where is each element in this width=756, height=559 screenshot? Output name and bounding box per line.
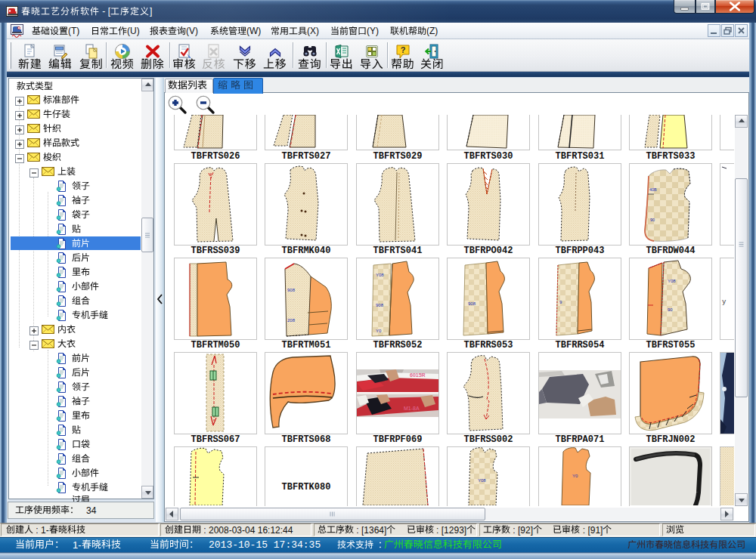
svg-text:908: 908 xyxy=(287,288,296,292)
svg-text:Y08: Y08 xyxy=(376,273,384,277)
svg-text:Y0: Y0 xyxy=(376,329,382,333)
svg-text:?: ? xyxy=(401,45,406,54)
svg-text:Y0: Y0 xyxy=(572,474,578,478)
svg-text:40B: 40B xyxy=(649,187,657,192)
svg-text:M1-8A: M1-8A xyxy=(404,406,420,411)
svg-text:Y08: Y08 xyxy=(668,279,676,283)
svg-text:208: 208 xyxy=(287,318,296,323)
svg-text:y: y xyxy=(722,298,727,306)
svg-text:6015R: 6015R xyxy=(410,372,426,378)
svg-text:90: 90 xyxy=(650,218,655,222)
svg-text:908: 908 xyxy=(376,303,384,307)
svg-text:908: 908 xyxy=(468,301,476,306)
svg-text:90: 90 xyxy=(668,307,673,312)
svg-text:Y08: Y08 xyxy=(478,478,486,483)
